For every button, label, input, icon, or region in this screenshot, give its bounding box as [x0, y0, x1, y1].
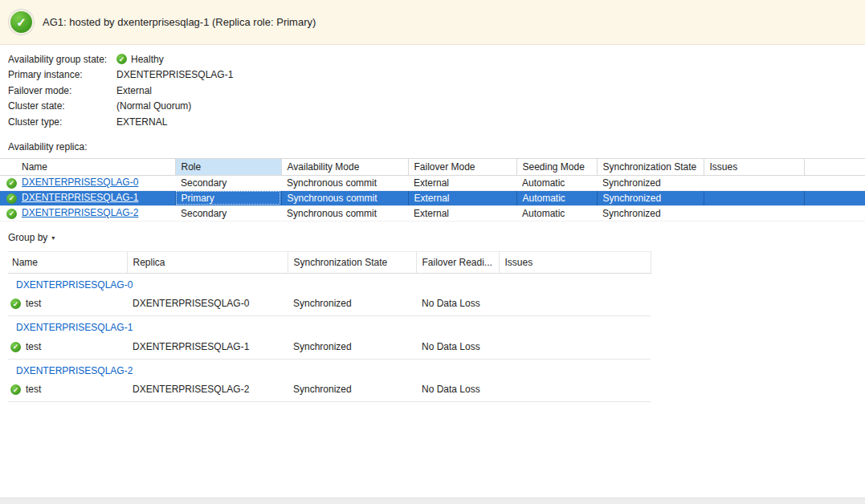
summary-value-text: (Normal Quorum)	[116, 100, 191, 112]
database-name: test	[26, 341, 41, 352]
summary-label: Availability group state:	[8, 54, 116, 65]
database-name-cell: test	[8, 292, 127, 316]
summary-row: Failover mode:External	[8, 83, 865, 99]
replica-cell: Synchronous commit	[281, 205, 408, 221]
replica-cell-blank	[804, 205, 865, 221]
column-header-issues[interactable]: Issues	[499, 251, 651, 273]
replica-cell	[704, 205, 804, 221]
database-group-row: DXENTERPRISESQLAG-1	[8, 316, 651, 335]
column-header-synchronization-state[interactable]: Synchronization State	[288, 251, 416, 273]
database-group-row: DXENTERPRISESQLAG-2	[8, 359, 651, 378]
database-sync-state-cell: Synchronized	[288, 335, 416, 359]
database-group-link[interactable]: DXENTERPRISESQLAG-0	[16, 279, 133, 291]
database-row[interactable]: testDXENTERPRISESQLAG-1SynchronizedNo Da…	[8, 335, 651, 359]
replica-row[interactable]: DXENTERPRISESQLAG-0SecondarySynchronous …	[0, 175, 865, 190]
database-sync-state-cell: Synchronized	[288, 292, 416, 316]
replica-row[interactable]: DXENTERPRISESQLAG-1PrimarySynchronous co…	[0, 190, 865, 205]
page-title: AG1: hosted by dxenterprisesqlag-1 (Repl…	[43, 16, 316, 28]
replica-name-link[interactable]: DXENTERPRISESQLAG-2	[22, 207, 138, 218]
database-name-cell: test	[8, 378, 127, 402]
healthy-check-icon	[10, 384, 21, 395]
summary-row: Primary instance:DXENTERPRISESQLAG-1	[8, 67, 865, 83]
replica-cell: Synchronous commit	[281, 175, 408, 190]
summary-value: Healthy	[116, 54, 164, 65]
replica-cell: Automatic	[516, 190, 597, 205]
database-group-cell: DXENTERPRISESQLAG-2	[8, 359, 651, 378]
database-failover-readiness-cell: No Data Loss	[416, 335, 499, 359]
column-header-synchronization-state[interactable]: Synchronization State	[597, 158, 704, 175]
database-group-link[interactable]: DXENTERPRISESQLAG-1	[16, 322, 133, 333]
replica-cell-blank	[804, 190, 865, 205]
replica-section-label: Availability replica:	[0, 130, 865, 158]
replica-cell: Primary	[175, 190, 281, 205]
database-failover-readiness-cell: No Data Loss	[416, 378, 499, 402]
summary-row: Availability group state:Healthy	[8, 51, 865, 67]
column-header-replica[interactable]: Replica	[127, 251, 288, 273]
healthy-check-icon	[6, 193, 17, 204]
replica-cell: Automatic	[516, 205, 597, 221]
summary-label: Failover mode:	[8, 85, 116, 96]
database-table: NameReplicaSynchronization StateFailover…	[8, 251, 651, 403]
summary-value: DXENTERPRISESQLAG-1	[116, 69, 233, 80]
availability-replica-table: NameRoleAvailability ModeFailover ModeSe…	[0, 158, 865, 222]
column-header-seeding-mode[interactable]: Seeding Mode	[516, 158, 597, 175]
replica-cell-blank	[804, 175, 865, 190]
chevron-down-icon: ▾	[51, 233, 55, 242]
healthy-check-icon	[6, 209, 17, 219]
column-header-name[interactable]: Name	[0, 158, 175, 175]
summary-label: Cluster state:	[8, 100, 116, 112]
database-group-row: DXENTERPRISESQLAG-0	[8, 273, 651, 292]
summary-value-text: External	[116, 85, 152, 96]
column-header-failover-readi[interactable]: Failover Readi...	[416, 251, 499, 273]
database-name: test	[26, 384, 41, 395]
database-failover-readiness-cell: No Data Loss	[416, 292, 499, 316]
database-group-link[interactable]: DXENTERPRISESQLAG-2	[16, 365, 133, 376]
column-header-failover-mode[interactable]: Failover Mode	[408, 158, 516, 175]
database-replica-cell: DXENTERPRISESQLAG-2	[127, 378, 288, 402]
replica-name-cell: DXENTERPRISESQLAG-2	[0, 205, 175, 221]
replica-cell: Synchronized	[597, 190, 704, 205]
summary-value: External	[116, 85, 152, 96]
database-name-cell: test	[8, 335, 127, 359]
summary-value-text: DXENTERPRISESQLAG-1	[116, 69, 233, 80]
database-issues-cell	[499, 378, 651, 402]
database-issues-cell	[499, 292, 651, 316]
column-header-availability-mode[interactable]: Availability Mode	[281, 158, 408, 175]
replica-name-link[interactable]: DXENTERPRISESQLAG-0	[22, 177, 138, 188]
replica-cell: External	[408, 190, 516, 205]
replica-cell: Synchronized	[597, 205, 704, 221]
database-table-header-row: NameReplicaSynchronization StateFailover…	[8, 251, 651, 273]
replica-name-link[interactable]: DXENTERPRISESQLAG-1	[22, 192, 138, 203]
column-header-role[interactable]: Role	[175, 158, 281, 175]
group-by-label: Group by	[8, 232, 47, 243]
replica-cell: External	[408, 175, 516, 190]
summary-section: Availability group state:HealthyPrimary …	[0, 45, 865, 130]
summary-value: (Normal Quorum)	[116, 100, 191, 112]
replica-name-cell: DXENTERPRISESQLAG-1	[0, 190, 175, 205]
column-header-blank	[804, 158, 865, 175]
replica-row[interactable]: DXENTERPRISESQLAG-2SecondarySynchronous …	[0, 205, 865, 221]
healthy-status-icon	[10, 11, 32, 33]
summary-label: Primary instance:	[8, 69, 116, 80]
summary-value-text: EXTERNAL	[116, 116, 167, 128]
database-row[interactable]: testDXENTERPRISESQLAG-0SynchronizedNo Da…	[8, 292, 651, 316]
database-name: test	[26, 298, 41, 309]
database-issues-cell	[499, 335, 651, 359]
healthy-check-icon	[10, 299, 21, 309]
replica-cell: Secondary	[175, 175, 281, 190]
summary-value-text: Healthy	[131, 54, 164, 65]
replica-cell: External	[408, 205, 516, 221]
dashboard-header: AG1: hosted by dxenterprisesqlag-1 (Repl…	[0, 0, 865, 45]
database-replica-cell: DXENTERPRISESQLAG-1	[127, 335, 288, 359]
replica-cell: Synchronized	[597, 175, 704, 190]
summary-row: Cluster type:EXTERNAL	[8, 114, 865, 130]
healthy-check-icon	[116, 54, 127, 64]
column-header-name[interactable]: Name	[8, 251, 127, 273]
database-sync-state-cell: Synchronized	[288, 378, 416, 402]
database-row[interactable]: testDXENTERPRISESQLAG-2SynchronizedNo Da…	[8, 378, 651, 402]
column-header-issues[interactable]: Issues	[704, 158, 804, 175]
replica-table-header-row: NameRoleAvailability ModeFailover ModeSe…	[0, 158, 865, 175]
replica-cell: Automatic	[516, 175, 597, 190]
bottom-strip	[0, 498, 865, 504]
group-by-button[interactable]: Group by ▾	[8, 232, 55, 243]
